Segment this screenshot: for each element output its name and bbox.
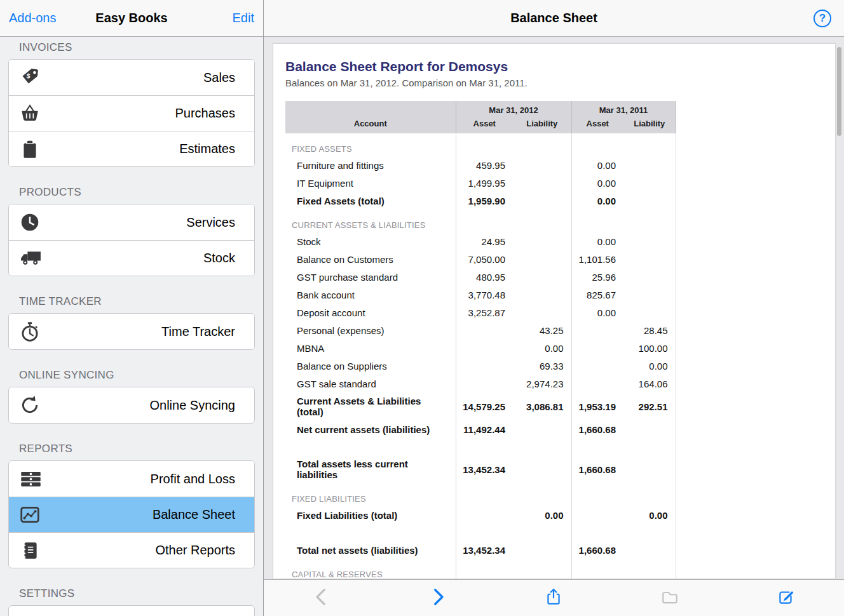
amount-cell: 25.96	[571, 268, 623, 286]
amount-cell	[513, 250, 571, 268]
amount-cell	[571, 524, 623, 541]
account-name: Fixed Liabilities (total)	[285, 506, 456, 524]
amount-cell	[456, 483, 513, 506]
amount-cell	[571, 133, 623, 156]
account-name: GST sale standard	[285, 375, 456, 392]
help-icon[interactable]: ?	[813, 10, 831, 27]
amount-cell	[623, 524, 676, 541]
section-label: FIXED LIABILITIES	[285, 483, 456, 506]
sidebar-item-label: Purchases	[52, 106, 244, 121]
share-button[interactable]	[538, 584, 569, 612]
sidebar-group-products: ServicesStock	[8, 204, 255, 276]
header-asset-2012: Asset	[456, 117, 513, 133]
amount-cell: 0.00	[571, 232, 623, 250]
basket-icon	[19, 103, 52, 124]
sidebar-item-other-reports[interactable]: Other Reports	[9, 532, 254, 568]
amount-cell	[456, 339, 513, 357]
sidebar-item-label: Balance Sheet	[52, 507, 244, 522]
amount-cell	[513, 156, 571, 174]
banknotes-icon	[19, 469, 52, 490]
sidebar-item-stock[interactable]: Stock	[9, 240, 254, 276]
table-section-row: FIXED LIABILITIES	[285, 483, 676, 506]
app-window: Add-ons Easy Books Edit INVOICES$SalesPu…	[0, 0, 844, 616]
amount-cell	[571, 321, 623, 339]
scrollbar-thumb[interactable]	[837, 47, 841, 136]
amount-cell	[623, 210, 676, 232]
sidebar-item-balance-sheet[interactable]: Balance Sheet	[9, 497, 254, 532]
amount-cell	[571, 483, 623, 506]
account-name: Deposit account	[285, 304, 456, 321]
sidebar-item-label: Profit and Loss	[52, 472, 244, 486]
amount-cell	[623, 304, 676, 321]
forward-button[interactable]	[422, 584, 454, 612]
share-icon	[544, 587, 563, 606]
folder-button[interactable]	[654, 584, 686, 612]
main-nav-bar: Balance Sheet ?	[264, 0, 844, 37]
sidebar-item-time-tracker[interactable]: Time Tracker	[9, 314, 254, 349]
sidebar-item-estimates[interactable]: Estimates	[9, 131, 254, 166]
truck-icon	[19, 248, 52, 268]
account-name: Stock	[285, 232, 456, 250]
amount-cell: 3,770.48	[456, 286, 513, 304]
amount-cell: 825.67	[571, 286, 623, 304]
amount-cell: 480.95	[456, 268, 513, 286]
amount-cell	[623, 156, 676, 174]
account-name: Bank account	[285, 286, 456, 304]
amount-cell	[456, 133, 513, 156]
amount-cell	[623, 559, 676, 579]
add-ons-button[interactable]: Add-ons	[9, 8, 57, 28]
account-name: IT Equipment	[285, 174, 456, 192]
back-button[interactable]	[306, 584, 337, 612]
amount-cell	[456, 375, 513, 392]
sidebar-item-profit-and-loss[interactable]: Profit and Loss	[9, 461, 254, 497]
amount-cell: 1,660.68	[571, 420, 623, 438]
sidebar-item-purchases[interactable]: Purchases	[9, 95, 254, 131]
amount-cell	[456, 438, 513, 455]
header-liability-2011: Liability	[623, 117, 676, 133]
amount-cell	[513, 192, 571, 210]
header-group-2012: Mar 31, 2012	[456, 101, 571, 117]
account-name: GST purchase standard	[285, 268, 456, 286]
amount-cell	[623, 483, 676, 506]
amount-cell	[623, 455, 676, 483]
amount-cell	[623, 438, 676, 455]
sidebar-item-label: Services	[52, 215, 244, 230]
bottom-toolbar	[264, 579, 844, 616]
compose-icon	[777, 587, 796, 606]
amount-cell: 0.00	[571, 174, 623, 192]
amount-cell	[571, 210, 623, 232]
table-row: Deposit account3,252.870.00	[285, 304, 676, 321]
sidebar-item-online-syncing[interactable]: Online Syncing	[9, 387, 254, 423]
section-label: CURRENT ASSETS & LIABILITIES	[285, 210, 456, 232]
amount-cell	[623, 541, 676, 559]
table-row: Total assets less current liabilities13,…	[285, 455, 676, 483]
table-header: Mar 31, 2012 Mar 31, 2011 Account Asset …	[285, 101, 676, 133]
account-name	[285, 524, 456, 541]
amount-cell: 0.00	[571, 192, 623, 210]
table-row: Balance on Customers7,050.001,101.56	[285, 250, 676, 268]
clipboard-icon	[19, 138, 52, 160]
amount-cell: 1,953.19	[571, 392, 623, 420]
amount-cell	[623, 286, 676, 304]
sidebar-item-label: Estimates	[52, 142, 244, 156]
amount-cell	[456, 210, 513, 232]
amount-cell: 1,959.90	[456, 192, 513, 210]
amount-cell	[513, 420, 571, 438]
sidebar-item-sales[interactable]: $Sales	[9, 60, 254, 95]
table-row: Personal (expenses)43.2528.45	[285, 321, 676, 339]
amount-cell: 3,252.87	[456, 304, 513, 321]
notebook-icon	[19, 540, 52, 561]
sidebar-item-services[interactable]: Services	[9, 204, 254, 240]
account-name: Current Assets & Liabilities (total)	[285, 392, 456, 420]
amount-cell: 43.25	[513, 321, 571, 339]
account-name: Personal (expenses)	[285, 321, 456, 339]
sidebar-section-title-online-syncing: ONLINE SYNCING	[19, 369, 244, 382]
amount-cell	[513, 483, 571, 506]
header-asset-2011: Asset	[571, 117, 623, 133]
amount-cell	[571, 375, 623, 392]
edit-button[interactable]: Edit	[233, 8, 254, 28]
sync-icon	[19, 394, 52, 416]
sidebar-group-online-syncing: Online Syncing	[8, 387, 255, 424]
table-row: Total net assets (liabilities)13,452.341…	[285, 541, 676, 559]
compose-button[interactable]	[770, 584, 802, 612]
